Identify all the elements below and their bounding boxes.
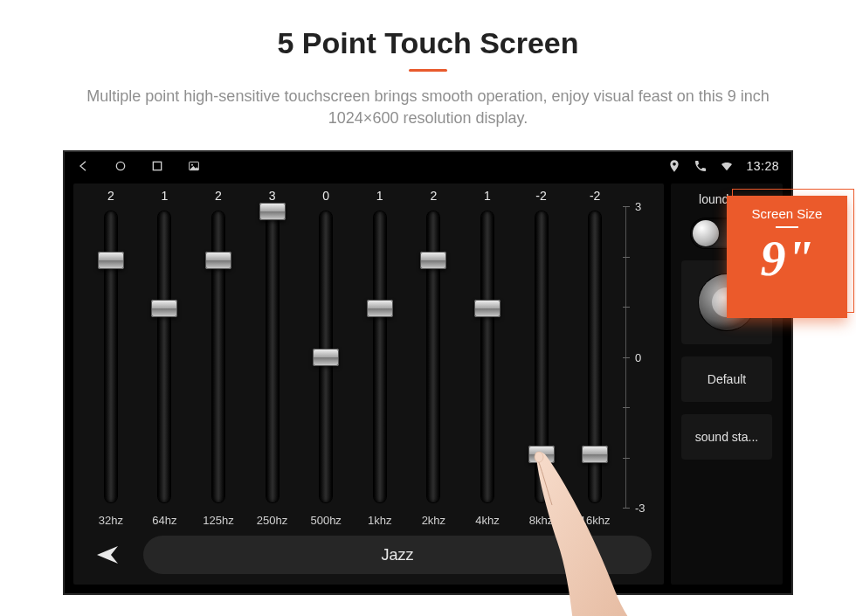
title-underline: [409, 69, 447, 72]
home-icon[interactable]: [114, 159, 128, 173]
eq-band-value: -2: [590, 189, 600, 206]
page-title: 5 Point Touch Screen: [0, 26, 856, 60]
eq-band-freq: 64hz: [152, 508, 176, 532]
eq-slider[interactable]: [212, 211, 224, 502]
eq-scale-label: -3: [635, 502, 645, 515]
eq-band: 14khz: [460, 189, 514, 532]
eq-slider-thumb[interactable]: [367, 300, 393, 317]
eq-band-value: 1: [484, 189, 491, 206]
gallery-icon[interactable]: [187, 159, 201, 173]
eq-slider[interactable]: [427, 211, 439, 502]
eq-band-value: 2: [430, 189, 437, 206]
eq-slider-thumb[interactable]: [528, 446, 555, 463]
eq-slider-thumb[interactable]: [259, 203, 286, 220]
eq-band-freq: 1khz: [368, 508, 391, 532]
badge-label: Screen Size: [752, 206, 823, 221]
device-screenshot: 13:28 232hz164hz2125hz3250hz0500hz11khz2…: [63, 150, 793, 595]
eq-band-freq: 8khz: [529, 508, 553, 532]
eq-band: 164hz: [138, 189, 192, 532]
eq-slider-thumb[interactable]: [474, 300, 500, 317]
eq-slider[interactable]: [535, 211, 548, 502]
badge-value: 9": [760, 233, 813, 284]
svg-point-3: [191, 164, 193, 166]
back-icon[interactable]: [77, 159, 91, 173]
recent-apps-icon[interactable]: [150, 159, 164, 173]
svg-point-0: [116, 163, 124, 170]
eq-band-freq: 4khz: [475, 508, 499, 532]
eq-band: 232hz: [84, 189, 138, 532]
phone-icon: [694, 159, 708, 173]
eq-scale: 30-3: [622, 189, 653, 532]
eq-band: -28khz: [514, 189, 569, 532]
eq-band-freq: 16khz: [580, 508, 611, 532]
eq-band-freq: 500hz: [310, 508, 341, 532]
eq-slider[interactable]: [589, 211, 601, 502]
eq-scale-label: 0: [635, 350, 641, 363]
location-icon: [667, 159, 681, 173]
eq-slider[interactable]: [105, 211, 117, 502]
eq-band-value: -2: [535, 189, 546, 206]
eq-band: 22khz: [407, 189, 461, 532]
status-time: 13:28: [746, 159, 779, 173]
sound-stage-button[interactable]: sound sta...: [681, 414, 772, 460]
eq-slider-thumb[interactable]: [582, 446, 608, 463]
eq-band: 2125hz: [191, 189, 245, 532]
eq-slider[interactable]: [266, 211, 279, 502]
eq-band: -216khz: [568, 189, 622, 532]
eq-band-freq: 2khz: [422, 508, 445, 532]
eq-band: 3250hz: [245, 189, 300, 532]
eq-slider-thumb[interactable]: [98, 252, 124, 269]
eq-band-value: 2: [107, 189, 114, 206]
eq-slider[interactable]: [374, 211, 386, 502]
eq-slider[interactable]: [481, 211, 494, 502]
svg-rect-1: [153, 163, 161, 170]
eq-slider-thumb[interactable]: [205, 252, 231, 269]
eq-band-freq: 250hz: [257, 508, 287, 532]
eq-band-value: 1: [376, 189, 383, 206]
eq-band-freq: 32hz: [99, 508, 123, 532]
eq-slider-thumb[interactable]: [151, 300, 177, 317]
equalizer-panel: 232hz164hz2125hz3250hz0500hz11khz22khz14…: [73, 183, 664, 585]
eq-band: 11khz: [353, 189, 407, 532]
eq-band-value: 2: [215, 189, 222, 206]
eq-band: 0500hz: [299, 189, 353, 532]
eq-slider[interactable]: [320, 211, 332, 502]
eq-slider[interactable]: [158, 211, 170, 502]
wifi-icon: [720, 159, 734, 173]
android-navbar: 13:28: [65, 152, 791, 180]
eq-band-freq: 125hz: [203, 508, 233, 532]
eq-band-value: 0: [322, 189, 329, 206]
eq-bands: 232hz164hz2125hz3250hz0500hz11khz22khz14…: [80, 189, 657, 532]
eq-slider-thumb[interactable]: [420, 252, 446, 269]
preset-prev-button[interactable]: [86, 543, 128, 567]
eq-slider-thumb[interactable]: [313, 349, 339, 366]
page-subtitle: Multiple point high-sensitive touchscree…: [61, 86, 795, 129]
eq-band-value: 1: [161, 189, 168, 206]
preset-selector[interactable]: Jazz: [143, 536, 652, 574]
default-button[interactable]: Default: [681, 356, 772, 402]
eq-scale-label: 3: [635, 200, 641, 213]
screen-size-badge: Screen Size 9": [727, 196, 847, 318]
